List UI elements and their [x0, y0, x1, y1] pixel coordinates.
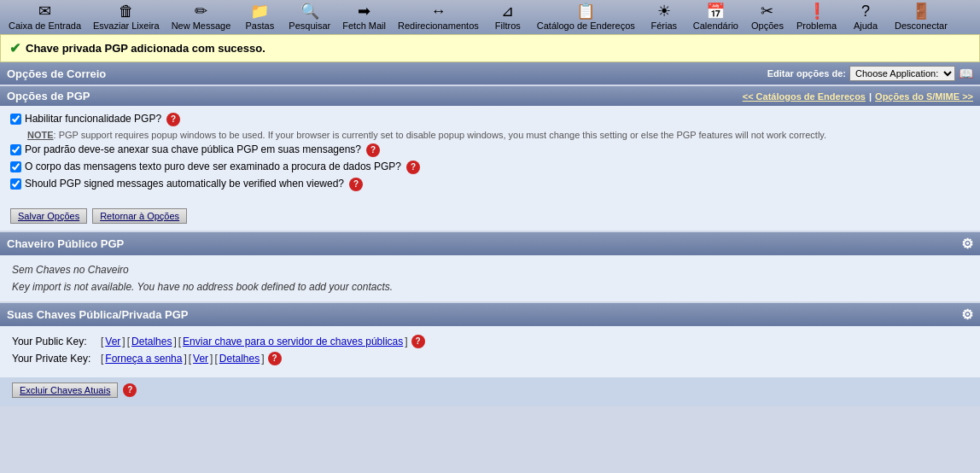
pgp-options-section: Opções de PGP << Catálogos de Endereços …	[0, 86, 980, 231]
toolbar-icon-vacation: ☀	[657, 3, 671, 19]
toolbar-label-filters: Filtros	[495, 20, 521, 31]
details-public-link[interactable]: Detalhes	[131, 336, 172, 347]
pgp-options-title: Opções de PGP	[7, 90, 90, 102]
pgp-label-scan-body: O corpo das mensagens texto puro deve se…	[25, 161, 401, 172]
toolbar-btn-options[interactable]: ✂Opções	[745, 2, 790, 32]
keys-content: Your Public Key: [Ver] [Detalhes] [Envia…	[0, 326, 980, 377]
private-key-help-icon[interactable]: ?	[268, 352, 282, 365]
toolbar-btn-help[interactable]: ?Ajuda	[843, 2, 888, 32]
details-private-link[interactable]: Detalhes	[219, 353, 260, 365]
toolbar-btn-new-message[interactable]: ✏New Message	[166, 2, 236, 32]
toolbar-icon-problem: ❗	[808, 3, 826, 19]
toolbar-label-help: Ajuda	[854, 20, 878, 31]
keyring-title: Chaveiro Público PGP	[7, 237, 124, 250]
toolbar-icon-logout: 🚪	[912, 3, 930, 19]
toolbar-icon-calendar: 📅	[706, 3, 725, 19]
book-icon: 📖	[959, 67, 973, 80]
keyring-import-note: Key import is not available. You have no…	[12, 281, 968, 293]
pgp-options-content: Habilitar funcionalidade PGP??NOTE: PGP …	[0, 106, 980, 201]
pgp-checkbox-verify-signed[interactable]	[10, 178, 21, 190]
keyring-content: Sem Chaves no Chaveiro Key import is not…	[0, 255, 980, 301]
pgp-label-attach-key: Por padrão deve-se anexar sua chave públ…	[25, 143, 361, 155]
mail-options-title: Opções de Correio	[7, 67, 106, 80]
toolbar-icon-help: ?	[861, 3, 870, 19]
toolbar-label-new-message: New Message	[172, 20, 231, 31]
save-options-button[interactable]: Salvar Opções	[10, 208, 87, 224]
pgp-help-verify-signed[interactable]: ?	[349, 178, 363, 191]
success-banner: ✔ Chave privada PGP adicionada com suces…	[0, 34, 980, 62]
exclude-row: Excluir Chaves Atuais ?	[0, 377, 980, 406]
toolbar-label-options: Opções	[751, 20, 784, 31]
pgp-buttons-row: Salvar Opções Retornar à Opções	[0, 201, 980, 231]
toolbar-btn-folders[interactable]: 📁Pastas	[237, 2, 282, 32]
toolbar-label-folders: Pastas	[246, 20, 275, 31]
exclude-keys-button[interactable]: Excluir Chaves Atuais	[12, 382, 118, 398]
pgp-help-attach-key[interactable]: ?	[366, 143, 380, 157]
toolbar-icon-empty-trash: 🗑	[119, 3, 134, 19]
toolbar-btn-address-book[interactable]: 📋Catálogo de Endereços	[532, 2, 640, 32]
exclude-help-icon[interactable]: ?	[123, 383, 137, 397]
toolbar-btn-filters[interactable]: ⊿Filtros	[486, 2, 530, 32]
toolbar-btn-vacation[interactable]: ☀Férias	[642, 2, 686, 32]
application-select[interactable]: Choose Application:SquirrelMailRoundCube	[849, 66, 955, 81]
keys-section: Suas Chaves Pública/Privada PGP ⚙ Your P…	[0, 303, 980, 406]
public-key-help-icon[interactable]: ?	[411, 335, 425, 348]
toolbar-icon-filters: ⊿	[501, 3, 514, 19]
toolbar-icon-address-book: 📋	[576, 3, 595, 19]
toolbar-icon-folders: 📁	[250, 3, 269, 19]
pgp-nav: << Catálogos de Endereços | Opções do S/…	[743, 91, 973, 102]
view-public-link[interactable]: Ver	[105, 336, 120, 347]
pgp-help-enable-pgp[interactable]: ?	[166, 113, 180, 126]
pgp-label-verify-signed: Should PGP signed messages automatically…	[25, 178, 344, 190]
toolbar-btn-fetch-mail[interactable]: ➡Fetch Mail	[337, 2, 391, 32]
send-public-link[interactable]: Enviar chave para o servidor de chaves p…	[183, 336, 403, 347]
keyring-empty-text: Sem Chaves no Chaveiro	[12, 264, 968, 276]
pgp-note: NOTE: PGP support requires popup windows…	[27, 130, 970, 140]
return-options-button[interactable]: Retornar à Opções	[92, 208, 187, 224]
mail-options-header: Opções de Correio Editar opções de: Choo…	[0, 62, 980, 85]
toolbar-btn-redirects[interactable]: ↔Redirecionamentos	[393, 2, 484, 32]
public-key-links: [Ver] [Detalhes] [Enviar chave para o se…	[101, 335, 425, 348]
edit-options-label: Editar opções de:	[767, 68, 846, 79]
keys-header: Suas Chaves Pública/Privada PGP ⚙	[0, 303, 980, 326]
pgp-checkbox-attach-key[interactable]	[10, 144, 21, 155]
toolbar-btn-problem[interactable]: ❗Problema	[791, 2, 842, 32]
toolbar-label-vacation: Férias	[650, 20, 677, 31]
toolbar-label-search: Pesquisar	[289, 20, 330, 31]
toolbar-icon-new-message: ✏	[195, 3, 207, 19]
pgp-option-verify-signed: Should PGP signed messages automatically…	[10, 178, 970, 191]
toolbar-btn-logout[interactable]: 🚪Desconectar	[890, 2, 953, 32]
toolbar-icon-fetch-mail: ➡	[358, 3, 370, 19]
toolbar-icon-redirects: ↔	[430, 3, 446, 19]
toolbar-label-redirects: Redirecionamentos	[398, 20, 479, 31]
keyring-header: Chaveiro Público PGP ⚙	[0, 232, 980, 255]
toolbar-label-inbox: Caixa de Entrada	[9, 20, 81, 31]
toolbar-label-calendar: Calendário	[693, 20, 738, 31]
toolbar-btn-calendar[interactable]: 📅Calendário	[688, 2, 744, 32]
toolbar: ✉Caixa de Entrada🗑Esvaziar Lixeira✏New M…	[0, 0, 980, 34]
toolbar-btn-empty-trash[interactable]: 🗑Esvaziar Lixeira	[88, 2, 165, 32]
pgp-checkbox-enable-pgp[interactable]	[10, 114, 21, 125]
nav-smime[interactable]: Opções do S/MIME >>	[875, 91, 973, 102]
mail-options-section: Opções de Correio Editar opções de: Choo…	[0, 62, 980, 85]
pgp-help-scan-body[interactable]: ?	[406, 161, 420, 174]
toolbar-btn-inbox[interactable]: ✉Caixa de Entrada	[3, 2, 86, 32]
toolbar-label-logout: Desconectar	[895, 20, 948, 31]
pgp-option-attach-key: Por padrão deve-se anexar sua chave públ…	[10, 143, 970, 157]
public-key-label: Your Public Key:	[12, 336, 97, 347]
nav-address-books[interactable]: << Catálogos de Endereços	[743, 91, 866, 102]
edit-options-right: Editar opções de: Choose Application:Squ…	[767, 66, 973, 81]
provide-passphrase-link[interactable]: Forneça a senha	[105, 353, 182, 365]
pgp-option-scan-body: O corpo das mensagens texto puro deve se…	[10, 161, 970, 174]
toolbar-label-problem: Problema	[796, 20, 837, 31]
view-private-link[interactable]: Ver	[193, 353, 208, 365]
toolbar-btn-search[interactable]: 🔍Pesquisar	[283, 2, 335, 32]
pgp-option-enable-pgp: Habilitar funcionalidade PGP??	[10, 113, 970, 126]
keyring-section: Chaveiro Público PGP ⚙ Sem Chaves no Cha…	[0, 232, 980, 301]
keys-icon: ⚙	[961, 307, 973, 323]
toolbar-label-empty-trash: Esvaziar Lixeira	[93, 20, 160, 31]
keyring-icon: ⚙	[961, 236, 973, 252]
toolbar-label-address-book: Catálogo de Endereços	[537, 20, 635, 31]
toolbar-icon-search: 🔍	[300, 3, 319, 19]
pgp-checkbox-scan-body[interactable]	[10, 161, 21, 172]
